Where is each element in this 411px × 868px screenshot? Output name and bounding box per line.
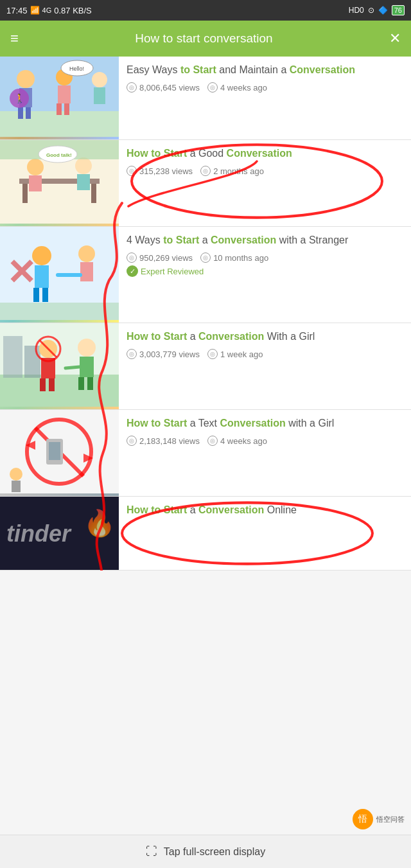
battery-level: 76 [392,5,405,15]
thumbnail-2: Good talk! [0,140,119,226]
battery-icon: 🔷 [378,6,388,15]
status-time: 17:45 [6,6,28,15]
svg-rect-11 [94,87,105,104]
thumbnail-1: Hello! 🚶 [0,57,119,139]
svg-point-48 [78,339,96,357]
status-bar: 17:45 📶 4G 0.87 KB/S HD0 ⊙ 🔷 76 [0,0,411,21]
svg-rect-8 [57,103,62,115]
time-ago-1: 4 weeks ago [220,83,267,93]
svg-point-10 [92,72,107,87]
time-icon-2: ◎ [200,166,211,176]
expert-badge: ✓ Expert Reviewed [127,265,405,277]
result-item-2[interactable]: Good talk! How to Start a Good Conversat… [0,140,411,227]
signal-icon: 📶 [30,6,40,15]
svg-text:tinder: tinder [6,520,72,547]
thumbnail-6: tinder 🔥 [0,497,119,570]
time-icon-5: ◎ [207,436,218,446]
result-info-4: How to Start a Conversation With a Girl … [119,323,411,409]
views-count-2: 315,238 views [139,166,193,176]
time-ago-5: 4 weeks ago [220,436,267,446]
result-meta-4: ◎ 3,003,779 views ◎ 1 week ago [127,349,405,359]
fullscreen-icon: ⛶ [146,845,157,858]
result-meta-3: ◎ 950,269 views ◎ 10 months ago [127,252,405,263]
result-title-3: 4 Ways to Start a Conversation with a St… [127,233,405,247]
svg-text:✕: ✕ [6,252,36,292]
svg-point-22 [75,157,92,174]
thumbnail-3: ✕ [0,227,119,323]
views-icon-5: ◎ [127,436,137,446]
result-title-6: How to Start a Conversation Online [127,503,405,517]
status-right: HD0 ⊙ 🔷 76 [349,5,405,15]
result-meta-1: ◎ 8,006,645 views ◎ 4 weeks ago [127,82,405,93]
svg-rect-7 [58,85,71,103]
time-icon-3: ◎ [200,252,211,263]
bottom-bar: ⛶ Tap full-screen display [0,835,411,868]
svg-rect-51 [87,377,93,390]
svg-text:🔥: 🔥 [83,508,116,538]
views-count-1: 8,006,645 views [139,83,200,93]
views-icon-1: ◎ [127,82,137,93]
svg-rect-30 [35,265,49,288]
result-info-1: Easy Ways to Start and Maintain a Conver… [119,57,411,139]
svg-rect-9 [64,103,69,115]
hd-icon: HD0 [349,6,364,15]
time-icon-1: ◎ [207,82,218,93]
close-button[interactable]: ✕ [389,30,401,47]
result-info-3: 4 Ways to Start a Conversation with a St… [119,227,411,323]
thumbnail-5 [0,410,119,496]
wifi-speed: 0.87 KB/S [54,6,92,15]
svg-rect-49 [80,357,94,377]
app-header: ≡ How to start conversation ✕ [0,21,411,57]
result-info-6: How to Start a Conversation Online [119,497,411,570]
result-info-5: How to Start a Text Conversation with a … [119,410,411,496]
svg-rect-21 [29,175,42,191]
expert-label: Expert Reviewed [141,267,204,276]
svg-rect-44 [40,378,46,391]
svg-point-20 [27,159,44,175]
views-icon-4: ◎ [127,349,137,359]
result-info-2: How to Start a Good Conversation ◎ 315,2… [119,140,411,226]
svg-text:Good talk!: Good talk! [46,152,72,158]
status-left: 17:45 📶 4G 0.87 KB/S [6,6,92,15]
svg-rect-41 [24,346,40,378]
result-title-4: How to Start a Conversation With a Girl [127,330,405,344]
views-icon-3: ◎ [127,252,137,263]
svg-line-52 [66,367,80,368]
svg-rect-37 [0,303,119,320]
result-title-1: Easy Ways to Start and Maintain a Conver… [127,63,405,77]
svg-rect-4 [18,107,23,119]
header-title: How to start conversation [19,31,389,46]
signal-text: 4G [42,6,52,14]
result-item-3[interactable]: ✕ 4 Ways to Start a Conversation with a … [0,227,411,323]
result-meta-2: ◎ 315,238 views ◎ 2 months ago [127,166,405,176]
svg-rect-39 [0,375,119,407]
svg-rect-5 [26,107,31,119]
svg-rect-19 [91,184,96,203]
svg-rect-35 [80,262,93,281]
svg-text:🚶: 🚶 [14,93,26,104]
result-item-4[interactable]: How to Start a Conversation With a Girl … [0,323,411,410]
svg-point-60 [10,468,22,481]
fullscreen-label: Tap full-screen display [164,846,265,858]
svg-rect-50 [78,377,84,390]
svg-rect-61 [12,481,21,492]
svg-rect-23 [77,174,90,190]
svg-rect-32 [42,288,48,302]
watermark: 悟 悟空问答 [353,809,405,829]
svg-point-2 [17,70,35,88]
views-count-3: 950,269 views [139,253,193,263]
fullscreen-button[interactable]: ⛶ Tap full-screen display [146,845,265,858]
bluetooth-icon: ⊙ [368,6,374,15]
svg-point-34 [78,245,95,262]
result-meta-5: ◎ 2,183,148 views ◎ 4 weeks ago [127,436,405,446]
svg-rect-57 [49,442,60,460]
menu-button[interactable]: ≡ [10,30,19,47]
result-item-5[interactable]: How to Start a Text Conversation with a … [0,410,411,497]
views-icon-2: ◎ [127,166,137,176]
result-item-1[interactable]: Hello! 🚶 Easy Ways to Start and Maintain… [0,57,411,140]
svg-text:Hello!: Hello! [69,66,84,72]
thumbnail-4 [0,323,119,409]
result-item-6[interactable]: tinder 🔥 How to Start a Conversation Onl… [0,497,411,571]
time-ago-4: 1 week ago [220,350,263,359]
views-count-4: 3,003,779 views [139,350,200,359]
